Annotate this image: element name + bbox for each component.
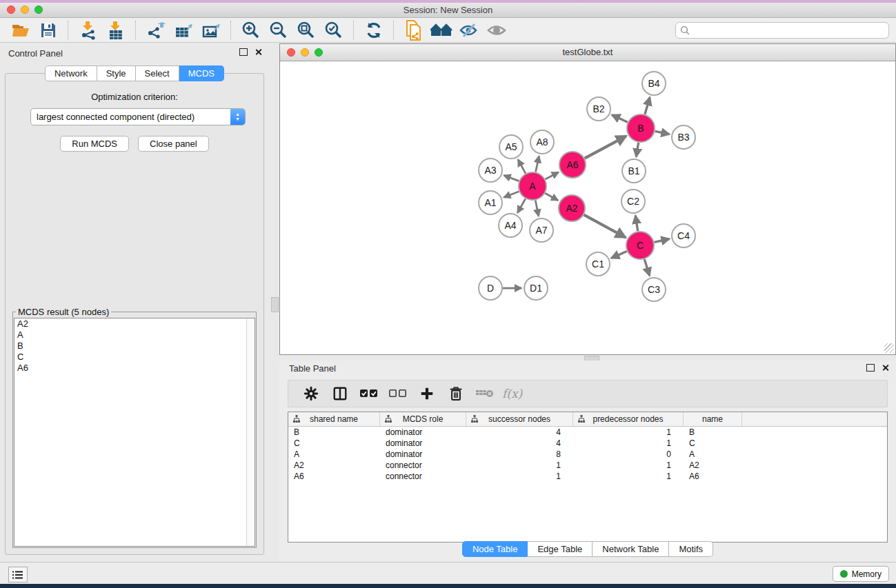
close-panel-icon[interactable] <box>255 48 262 56</box>
run-mcds-button[interactable]: Run MCDS <box>60 136 129 152</box>
node-C1[interactable]: C1 <box>586 252 610 276</box>
edge-C-C4[interactable] <box>654 239 669 243</box>
search-input[interactable] <box>690 25 884 36</box>
new-network-from-selection-icon[interactable] <box>400 20 428 41</box>
task-history-button[interactable] <box>8 567 28 582</box>
network-graph[interactable]: B4B2BB3A8A5A6A3B1AA1C2A2A4A7C4CC1C3DD1 <box>280 61 895 354</box>
node-A4[interactable]: A4 <box>499 214 522 237</box>
close-panel-button[interactable]: Close panel <box>138 136 209 152</box>
open-file-icon[interactable] <box>7 20 34 41</box>
import-network-icon[interactable] <box>74 20 102 41</box>
edge-B-B4[interactable] <box>645 97 650 114</box>
table-row[interactable]: A2connector11A2 <box>288 460 887 471</box>
resize-grip[interactable] <box>884 343 894 353</box>
float-table-panel-icon[interactable] <box>866 364 875 372</box>
edge-C-C3[interactable] <box>644 259 649 276</box>
edge-B-B2[interactable] <box>612 115 628 122</box>
float-panel-icon[interactable] <box>239 48 248 56</box>
node-C3[interactable]: C3 <box>642 278 666 301</box>
node-B4[interactable]: B4 <box>642 72 666 95</box>
node-A[interactable]: A <box>519 172 546 200</box>
edge-B-B1[interactable] <box>636 143 638 157</box>
tab-node-table[interactable]: Node Table <box>462 541 528 557</box>
node-C[interactable]: C <box>626 232 654 259</box>
table-row[interactable]: Cdominator41C <box>288 438 887 449</box>
table-row[interactable]: A6connector11A6 <box>288 471 887 482</box>
split-columns-icon[interactable] <box>326 383 355 404</box>
first-neighbors-icon[interactable] <box>428 20 455 41</box>
node-A5[interactable]: A5 <box>499 135 523 159</box>
result-item[interactable]: C <box>14 352 255 363</box>
tab-network[interactable]: Network <box>45 65 97 81</box>
table-row[interactable]: Adominator80A <box>288 449 887 460</box>
zoom-fit-icon[interactable] <box>292 20 320 41</box>
node-C2[interactable]: C2 <box>621 190 645 213</box>
node-B3[interactable]: B3 <box>672 125 695 149</box>
export-network-icon[interactable] <box>142 20 170 41</box>
edge-C-C1[interactable] <box>611 251 627 258</box>
edge-A-A4[interactable] <box>517 199 525 212</box>
edge-A-A1[interactable] <box>504 192 519 198</box>
edge-A-A7[interactable] <box>535 201 539 216</box>
result-scrollbar[interactable] <box>246 318 255 546</box>
node-A2[interactable]: A2 <box>559 195 585 221</box>
save-session-icon[interactable] <box>34 20 62 41</box>
select-all-checkboxes-icon[interactable] <box>355 383 384 404</box>
unselect-all-checkboxes-icon[interactable] <box>384 383 412 404</box>
delete-columns-icon[interactable] <box>441 383 470 404</box>
tab-edge-table[interactable]: Edge Table <box>528 541 593 557</box>
node-A8[interactable]: A8 <box>530 130 554 154</box>
node-A1[interactable]: A1 <box>479 191 502 214</box>
divider-handle[interactable] <box>271 297 279 312</box>
memory-button[interactable]: Memory <box>833 566 889 582</box>
tab-network-table[interactable]: Network Table <box>593 541 669 557</box>
zoom-selected-icon[interactable] <box>320 20 348 41</box>
horizontal-split-divider[interactable] <box>279 355 896 361</box>
node-B1[interactable]: B1 <box>622 159 646 183</box>
result-item[interactable]: A2 <box>14 318 255 330</box>
result-item[interactable]: A <box>14 330 255 341</box>
result-item[interactable]: A6 <box>14 363 255 374</box>
column-header-shared-name[interactable]: shared name <box>288 412 380 426</box>
node-D1[interactable]: D1 <box>524 276 548 300</box>
node-B2[interactable]: B2 <box>587 97 610 121</box>
zoom-in-icon[interactable] <box>237 20 265 41</box>
hide-graphics-details-icon[interactable] <box>455 20 483 41</box>
table-row[interactable]: Bdominator41B <box>288 427 887 438</box>
tab-select[interactable]: Select <box>136 65 179 81</box>
tab-mcds[interactable]: MCDS <box>179 65 224 81</box>
network-canvas[interactable]: B4B2BB3A8A5A6A3B1AA1C2A2A4A7C4CC1C3DD1 <box>280 61 895 354</box>
edge-A-A3[interactable] <box>504 175 519 181</box>
edge-A6-B[interactable] <box>585 136 626 158</box>
node-B[interactable]: B <box>627 114 655 142</box>
import-table-icon[interactable] <box>102 20 130 41</box>
edge-A-A2[interactable] <box>545 193 558 200</box>
node-D[interactable]: D <box>479 276 502 300</box>
column-header-successor-nodes[interactable]: successor nodes <box>466 412 573 426</box>
tab-style[interactable]: Style <box>97 65 136 81</box>
edge-A-A6[interactable] <box>546 172 559 179</box>
zoom-out-icon[interactable] <box>265 20 292 41</box>
close-table-panel-icon[interactable] <box>882 364 889 372</box>
node-A7[interactable]: A7 <box>530 219 553 242</box>
edge-A-A8[interactable] <box>535 156 539 172</box>
tab-motifs[interactable]: Motifs <box>669 541 713 557</box>
refresh-icon[interactable] <box>360 20 388 41</box>
criterion-dropdown[interactable]: largest connected component (directed) ▲… <box>30 108 246 125</box>
node-C4[interactable]: C4 <box>672 224 695 247</box>
edge-A-A5[interactable] <box>518 159 526 173</box>
column-header-name[interactable]: name <box>684 412 742 426</box>
vertical-split-divider[interactable] <box>269 43 279 562</box>
edge-B-B3[interactable] <box>655 131 670 134</box>
export-image-icon[interactable] <box>197 20 225 41</box>
show-graphics-details-icon[interactable] <box>483 20 510 41</box>
gear-icon[interactable] <box>297 383 326 404</box>
edge-C-C2[interactable] <box>635 216 638 232</box>
column-header-predecessor-nodes[interactable]: predecessor nodes <box>573 412 684 426</box>
node-A6[interactable]: A6 <box>559 152 586 178</box>
result-item[interactable]: B <box>14 341 255 352</box>
edge-A2-C[interactable] <box>584 215 626 238</box>
export-table-icon[interactable] <box>170 20 197 41</box>
column-header-MCDS-role[interactable]: MCDS role <box>380 412 466 426</box>
add-column-icon[interactable] <box>412 383 441 404</box>
